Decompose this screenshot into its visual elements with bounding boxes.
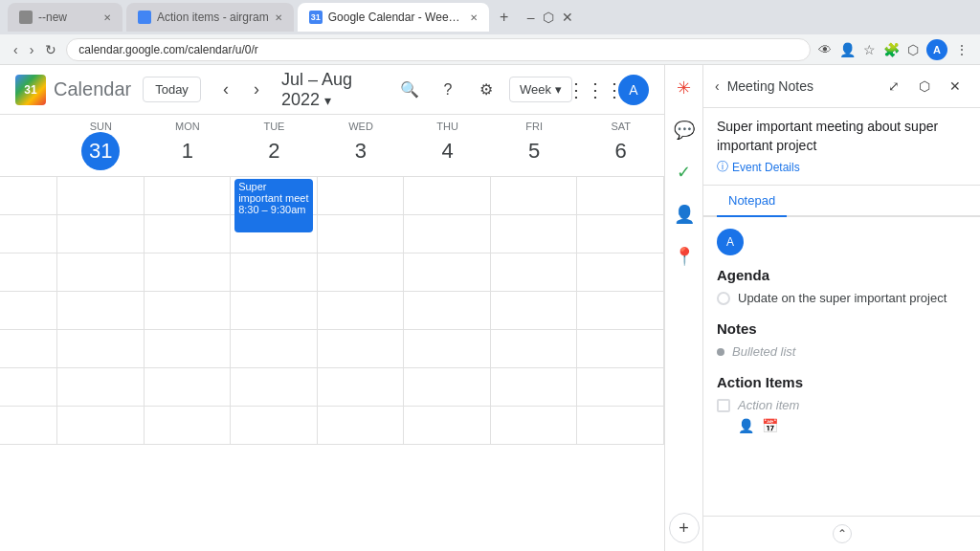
grid-cell[interactable] xyxy=(404,330,491,368)
grid-cell[interactable] xyxy=(577,407,664,445)
prev-week-button[interactable]: ‹ xyxy=(212,77,239,103)
action-item-placeholder[interactable]: Action item xyxy=(738,398,799,412)
grid-cell[interactable] xyxy=(491,330,578,368)
day-number-31[interactable]: 31 xyxy=(81,132,120,170)
grid-cell[interactable] xyxy=(404,292,491,330)
pinwheel-icon[interactable]: ✳ xyxy=(669,73,700,103)
puzzle-icon[interactable]: 🧩 xyxy=(883,42,900,57)
tab-new[interactable]: --new ✕ xyxy=(8,3,122,32)
close-icon[interactable]: ✕ xyxy=(942,73,969,99)
grid-cell[interactable] xyxy=(404,177,491,215)
grid-cell[interactable] xyxy=(577,253,664,292)
tab-calendar[interactable]: 31 Google Calendar - Week of July ... ✕ xyxy=(298,3,489,32)
grid-cell[interactable] xyxy=(577,292,664,330)
day-number-1[interactable]: 1 xyxy=(168,132,207,170)
grid-cell[interactable] xyxy=(231,368,318,407)
chat-icon[interactable]: 💬 xyxy=(669,115,700,145)
grid-cell[interactable] xyxy=(577,177,664,215)
tab-close-icon[interactable]: ✕ xyxy=(470,12,478,23)
grid-cell[interactable] xyxy=(404,407,491,445)
date-range-dropdown-icon[interactable]: ▾ xyxy=(324,93,331,108)
grid-cell[interactable] xyxy=(145,215,232,253)
eye-icon[interactable]: 👁 xyxy=(818,42,832,57)
grid-cell[interactable] xyxy=(145,407,232,445)
window-icon[interactable]: ⬡ xyxy=(907,42,919,57)
next-week-button[interactable]: › xyxy=(243,77,270,103)
date-icon[interactable]: 📅 xyxy=(762,418,778,433)
grid-cell[interactable] xyxy=(318,292,405,330)
back-button[interactable]: ‹ xyxy=(11,40,20,59)
agenda-radio[interactable] xyxy=(717,292,730,305)
day-number-6[interactable]: 6 xyxy=(602,132,640,170)
grid-cell[interactable] xyxy=(577,215,664,253)
apps-button[interactable]: ⋮⋮⋮ xyxy=(580,75,611,105)
grid-cell[interactable] xyxy=(491,368,578,407)
maps-icon[interactable]: 📍 xyxy=(669,241,700,272)
grid-cell[interactable] xyxy=(404,253,491,292)
grid-cell[interactable] xyxy=(231,253,318,292)
forward-button[interactable]: › xyxy=(28,40,36,59)
grid-cell[interactable] xyxy=(231,407,318,445)
grid-cell[interactable] xyxy=(57,292,145,330)
settings-button[interactable]: ⚙ xyxy=(471,75,501,105)
grid-cell[interactable] xyxy=(404,215,491,253)
minimize-icon[interactable]: – xyxy=(527,10,535,25)
grid-cell[interactable] xyxy=(318,177,405,215)
refresh-button[interactable]: ↻ xyxy=(43,40,58,59)
assignee-icon[interactable]: 👤 xyxy=(738,418,754,433)
day-number-4[interactable]: 4 xyxy=(429,132,467,170)
share-icon[interactable]: ⤢ xyxy=(880,73,907,99)
panel-back-button[interactable]: ‹ xyxy=(715,78,720,94)
grid-cell[interactable] xyxy=(145,253,232,292)
grid-cell[interactable] xyxy=(231,330,318,368)
close-icon[interactable]: ✕ xyxy=(562,10,573,25)
grid-cell[interactable] xyxy=(145,177,232,215)
tab-notepad[interactable]: Notepad xyxy=(717,186,787,217)
tab-close-icon[interactable]: ✕ xyxy=(103,12,111,23)
grid-cell[interactable] xyxy=(577,330,664,368)
grid-cell[interactable] xyxy=(318,330,405,368)
grid-cell[interactable] xyxy=(145,368,232,407)
today-button[interactable]: Today xyxy=(143,77,201,102)
grid-cell[interactable] xyxy=(231,215,318,253)
grid-cell[interactable] xyxy=(318,253,405,292)
help-button[interactable]: ? xyxy=(433,75,463,105)
search-button[interactable]: 🔍 xyxy=(394,75,425,105)
user-avatar[interactable]: A xyxy=(618,75,649,105)
grid-cell[interactable] xyxy=(145,292,232,330)
person-icon[interactable]: 👤 xyxy=(669,199,700,230)
grid-cell[interactable] xyxy=(57,407,145,445)
day-number-2[interactable]: 2 xyxy=(255,132,293,170)
view-selector[interactable]: Week ▾ xyxy=(509,77,572,102)
grid-cell[interactable] xyxy=(318,407,405,445)
notes-placeholder[interactable]: Bulleted list xyxy=(732,344,795,359)
grid-cell[interactable] xyxy=(57,330,145,368)
grid-cell[interactable] xyxy=(318,368,405,407)
grid-cell[interactable] xyxy=(491,407,578,445)
grid-cell[interactable] xyxy=(57,368,145,407)
restore-icon[interactable]: ⬡ xyxy=(543,10,554,25)
user-avatar[interactable]: A xyxy=(926,39,947,60)
day-number-5[interactable]: 5 xyxy=(515,132,553,170)
collapse-button[interactable]: ⌃ xyxy=(833,524,852,543)
grid-cell[interactable] xyxy=(145,330,232,368)
grid-cell[interactable] xyxy=(491,253,578,292)
url-bar[interactable]: calendar.google.com/calendar/u/0/r xyxy=(66,38,811,61)
grid-cell[interactable] xyxy=(318,215,405,253)
new-tab-button[interactable]: + xyxy=(493,6,516,29)
event-details-link[interactable]: ⓘ Event Details xyxy=(717,159,967,175)
grid-cell[interactable] xyxy=(491,292,578,330)
star-icon[interactable]: ☆ xyxy=(863,42,876,57)
expand-icon[interactable]: ⬡ xyxy=(911,73,938,99)
day-number-3[interactable]: 3 xyxy=(342,132,380,170)
grid-cell[interactable] xyxy=(491,177,578,215)
grid-cell[interactable] xyxy=(577,368,664,407)
check-icon[interactable]: ✓ xyxy=(669,157,700,187)
three-dot-menu-icon[interactable]: ⋮ xyxy=(955,42,969,57)
tab-close-icon[interactable]: ✕ xyxy=(275,12,282,23)
action-checkbox[interactable] xyxy=(717,399,730,412)
grid-cell[interactable] xyxy=(57,177,145,215)
tab-airgram[interactable]: Action items - airgram ✕ xyxy=(126,3,294,32)
add-button[interactable]: + xyxy=(669,513,700,543)
grid-cell[interactable] xyxy=(404,368,491,407)
